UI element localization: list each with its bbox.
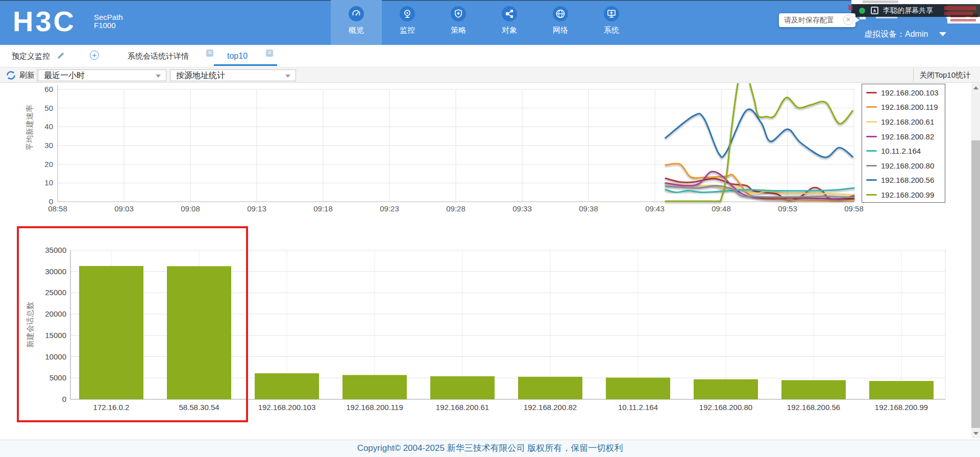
nav-item-policy[interactable]: 策略 bbox=[433, 0, 484, 45]
chevron-down-icon[interactable] bbox=[939, 32, 946, 36]
main-nav: 概览 监控 策略 对象 bbox=[331, 0, 637, 45]
nav-item-object[interactable]: 对象 bbox=[484, 0, 535, 45]
legend-item[interactable]: 192.168.200.61 bbox=[862, 114, 945, 129]
nav-item-system[interactable]: 系统 bbox=[586, 0, 637, 45]
chevron-up-icon[interactable]: ∧ bbox=[871, 7, 878, 14]
toolbar-right-divider bbox=[913, 68, 914, 82]
svg-text:09:08: 09:08 bbox=[181, 204, 200, 213]
svg-text:10.11.2.164: 10.11.2.164 bbox=[618, 403, 658, 412]
scrollbar-thumb[interactable] bbox=[971, 140, 980, 428]
legend-item[interactable]: 192.168.200.119 bbox=[862, 100, 945, 115]
globe-icon bbox=[553, 6, 568, 21]
legend-swatch bbox=[866, 121, 877, 123]
tab-session-stats[interactable]: 系统会话统计详情 bbox=[128, 52, 189, 61]
svg-text:08:58: 08:58 bbox=[48, 204, 67, 213]
svg-text:09:13: 09:13 bbox=[247, 204, 266, 213]
svg-text:09:48: 09:48 bbox=[712, 204, 731, 213]
nav-item-network[interactable]: 网络 bbox=[535, 0, 586, 45]
svg-text:50: 50 bbox=[44, 104, 53, 112]
svg-text:192.168.200.103: 192.168.200.103 bbox=[258, 403, 316, 412]
legend-label: 192.168.200.80 bbox=[881, 161, 934, 170]
tab-session-stats-close-icon[interactable]: ✕ bbox=[206, 50, 213, 57]
svg-text:192.168.200.82: 192.168.200.82 bbox=[524, 403, 577, 412]
save-config-tooltip: 请及时保存配置 ✕ bbox=[779, 13, 855, 27]
product-name: SecPath F1000 bbox=[94, 13, 123, 30]
svg-text:192.168.200.80: 192.168.200.80 bbox=[699, 403, 752, 412]
legend-label: 192.168.200.99 bbox=[881, 190, 934, 199]
svg-text:09:53: 09:53 bbox=[778, 204, 797, 213]
time-range-select[interactable]: 最近一小时 bbox=[38, 69, 166, 81]
svg-text:09:28: 09:28 bbox=[446, 204, 465, 213]
svg-text:192.168.200.56: 192.168.200.56 bbox=[787, 403, 840, 412]
legend-item[interactable]: 192.168.200.56 bbox=[862, 173, 945, 188]
app-header: H3C SecPath F1000 概览 监控 策略 bbox=[0, 0, 980, 45]
virtual-device-selector[interactable]: 虚拟设备：Admin bbox=[864, 29, 928, 40]
refresh-button[interactable]: 刷新 bbox=[6, 70, 36, 80]
stat-mode-select[interactable]: 按源地址统计 bbox=[170, 69, 296, 81]
legend-label: 192.168.200.119 bbox=[881, 103, 938, 111]
legend-swatch bbox=[866, 92, 877, 93]
page: H3C SecPath F1000 概览 监控 策略 bbox=[0, 0, 980, 457]
legend-label: 192.168.200.56 bbox=[881, 176, 934, 184]
scrollbar-down-icon[interactable] bbox=[973, 432, 978, 435]
svg-text:09:03: 09:03 bbox=[114, 204, 134, 213]
svg-text:09:18: 09:18 bbox=[313, 204, 333, 213]
monitor-gear-icon bbox=[604, 6, 619, 21]
monitor-group-label[interactable]: 预定义监控 bbox=[12, 52, 50, 61]
legend-item[interactable]: 192.168.200.99 bbox=[862, 187, 945, 202]
svg-text:192.168.200.61: 192.168.200.61 bbox=[436, 403, 489, 412]
svg-text:09:58: 09:58 bbox=[844, 204, 864, 213]
svg-text:平均新建速率: 平均新建速率 bbox=[25, 105, 34, 151]
close-top10-button[interactable]: 关闭Top10统计 bbox=[919, 70, 971, 80]
svg-text:60: 60 bbox=[44, 85, 53, 93]
legend-swatch bbox=[866, 136, 877, 137]
share-status-icon bbox=[859, 8, 865, 14]
svg-text:40: 40 bbox=[44, 122, 53, 131]
svg-text:09:38: 09:38 bbox=[579, 204, 598, 213]
legend-label: 192.168.200.103 bbox=[881, 88, 939, 97]
nav-item-monitor[interactable]: 监控 bbox=[382, 0, 433, 45]
svg-text:10: 10 bbox=[44, 178, 53, 187]
red-annotation-rectangle bbox=[17, 226, 248, 422]
svg-text:09:43: 09:43 bbox=[645, 204, 665, 213]
legend-item[interactable]: 10.11.2.164 bbox=[862, 143, 945, 158]
camera-icon bbox=[400, 6, 415, 21]
svg-text:09:33: 09:33 bbox=[512, 204, 532, 213]
legend-item[interactable]: 192.168.200.80 bbox=[862, 158, 945, 173]
vertical-scrollbar[interactable] bbox=[971, 83, 980, 438]
tab-bar: 预定义监控 + 系统会话统计详情 ✕ top10 ✕ bbox=[0, 45, 980, 67]
copyright-text: Copyright© 2004-2025 新华三技术有限公司 版权所有，保留一切… bbox=[357, 443, 623, 453]
tab-top10[interactable]: top10 bbox=[227, 52, 248, 61]
footer: Copyright© 2004-2025 新华三技术有限公司 版权所有，保留一切… bbox=[0, 440, 980, 457]
scrollbar-up-icon[interactable] bbox=[973, 86, 978, 89]
tooltip-tail bbox=[855, 17, 860, 23]
legend-label: 192.168.200.82 bbox=[881, 132, 934, 141]
tab-top10-close-icon[interactable]: ✕ bbox=[266, 50, 273, 57]
legend-item[interactable]: 192.168.200.103 bbox=[862, 85, 945, 100]
toolbar-divider bbox=[37, 67, 37, 82]
active-tab-underline bbox=[214, 64, 277, 66]
svg-text:09:23: 09:23 bbox=[380, 204, 399, 213]
line-chart: 010203040506008:5809:0309:0809:1309:1809… bbox=[0, 83, 980, 214]
chevron-down-icon bbox=[285, 75, 290, 78]
legend-item[interactable]: 192.168.200.82 bbox=[862, 129, 945, 144]
tooltip-close-icon[interactable]: ✕ bbox=[843, 15, 853, 25]
legend-swatch bbox=[866, 194, 877, 196]
legend-label: 192.168.200.61 bbox=[881, 117, 934, 126]
legend-swatch bbox=[866, 179, 877, 181]
legend-swatch bbox=[866, 165, 877, 166]
legend-swatch bbox=[866, 106, 877, 108]
edit-pencil-icon[interactable] bbox=[56, 51, 65, 60]
svg-text:20: 20 bbox=[44, 160, 53, 169]
shield-plus-icon bbox=[451, 6, 466, 21]
gauge-icon bbox=[349, 6, 364, 21]
legend-swatch bbox=[866, 150, 877, 152]
share-nodes-icon bbox=[502, 6, 517, 21]
h3c-logo: H3C bbox=[13, 7, 76, 36]
add-tab-icon[interactable]: + bbox=[90, 51, 99, 60]
svg-text:192.168.200.119: 192.168.200.119 bbox=[346, 403, 403, 412]
nav-item-overview[interactable]: 概览 bbox=[331, 0, 382, 45]
toolbar: 刷新 最近一小时 按源地址统计 关闭Top10统计 bbox=[0, 67, 980, 83]
svg-text:192.168.200.99: 192.168.200.99 bbox=[875, 403, 928, 412]
svg-text:30: 30 bbox=[44, 141, 53, 150]
